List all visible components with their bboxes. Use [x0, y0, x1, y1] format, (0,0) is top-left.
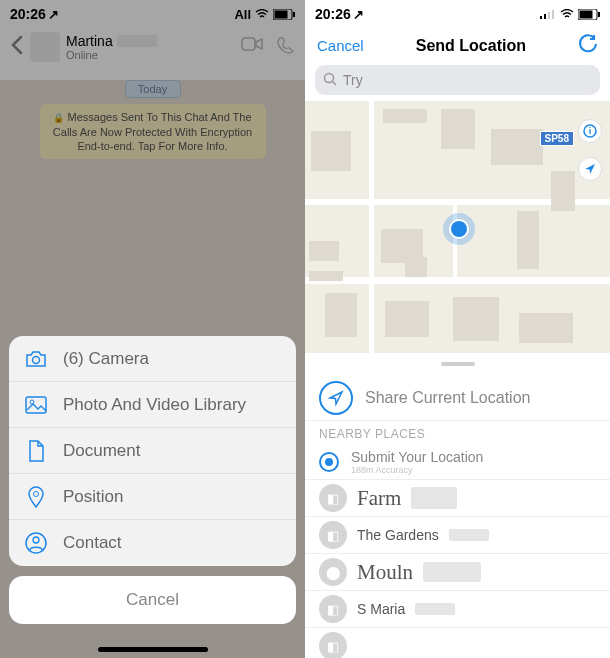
place-row[interactable]: ⬤ Mouln	[305, 554, 610, 591]
svg-rect-12	[548, 12, 550, 19]
action-sheet: (6) Camera Photo And Video Library Docum…	[9, 336, 296, 624]
building-icon: ◧	[319, 484, 347, 512]
place-row[interactable]: ◧ Farm	[305, 480, 610, 517]
sheet-document[interactable]: Document	[9, 428, 296, 474]
nav-title: Send Location	[416, 37, 526, 55]
svg-rect-15	[580, 10, 593, 18]
radio-selected-icon	[319, 452, 339, 472]
wifi-icon	[560, 9, 574, 19]
road-badge: SP58	[540, 131, 574, 146]
sheet-camera[interactable]: (6) Camera	[9, 336, 296, 382]
submit-location-row[interactable]: Submit Your Location 188m Accuracy	[305, 443, 610, 480]
battery-icon	[578, 9, 600, 20]
clock: 20:26	[315, 6, 351, 22]
share-current-row[interactable]: Share Current Location	[305, 375, 610, 421]
location-nav: Cancel Send Location	[305, 28, 610, 65]
drag-handle[interactable]	[305, 353, 610, 375]
location-pin-icon	[25, 486, 47, 508]
svg-line-18	[333, 81, 337, 85]
location-arrow-icon	[319, 381, 353, 415]
phone-left: 20:26 ↗ All Martina Online Today 🔒	[0, 0, 305, 658]
map-locate-button[interactable]	[578, 157, 602, 181]
signal-icon	[540, 9, 556, 19]
sheet-cancel-button[interactable]: Cancel	[9, 576, 296, 624]
svg-rect-10	[540, 16, 542, 19]
svg-point-17	[325, 73, 334, 82]
bag-icon: ⬤	[319, 558, 347, 586]
svg-point-7	[34, 491, 39, 496]
svg-rect-16	[598, 12, 600, 17]
section-header: NEARBY PLACES	[305, 421, 610, 443]
phone-right: 20:26 ↗ Cancel Send Location Try	[305, 0, 610, 658]
contact-icon	[25, 532, 47, 554]
map-info-button[interactable]: i	[578, 119, 602, 143]
home-indicator[interactable]	[98, 647, 208, 652]
svg-rect-13	[552, 10, 554, 19]
building-icon: ◧	[319, 521, 347, 549]
search-icon	[323, 72, 337, 89]
document-icon	[25, 440, 47, 462]
sheet-library[interactable]: Photo And Video Library	[9, 382, 296, 428]
refresh-button[interactable]	[578, 34, 598, 57]
place-row[interactable]: ◧ The Gardens	[305, 517, 610, 554]
svg-point-6	[30, 400, 34, 404]
search-field[interactable]: Try	[315, 65, 600, 95]
place-row[interactable]: ◧	[305, 628, 610, 658]
sheet-contact[interactable]: Contact	[9, 520, 296, 566]
location-list: Share Current Location NEARBY PLACES Sub…	[305, 375, 610, 658]
svg-rect-11	[544, 14, 546, 19]
building-icon: ◧	[319, 632, 347, 658]
current-location-dot	[451, 221, 467, 237]
svg-point-9	[33, 537, 39, 543]
camera-icon	[25, 348, 47, 370]
status-bar-right: 20:26 ↗	[305, 0, 610, 28]
search-placeholder: Try	[343, 72, 363, 88]
svg-point-4	[33, 356, 40, 363]
sheet-position[interactable]: Position	[9, 474, 296, 520]
svg-rect-5	[26, 397, 46, 413]
building-icon: ◧	[319, 595, 347, 623]
place-row[interactable]: ◧ S Maria	[305, 591, 610, 628]
map[interactable]: SP58 i	[305, 101, 610, 353]
photo-icon	[25, 394, 47, 416]
cancel-button[interactable]: Cancel	[317, 37, 364, 54]
svg-text:i: i	[589, 126, 592, 136]
